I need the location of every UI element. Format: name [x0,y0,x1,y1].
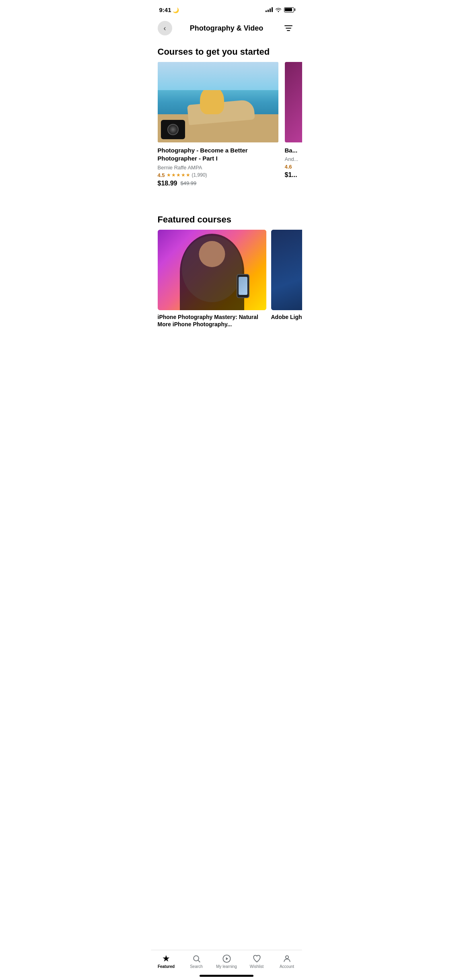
adobe-lr-bg [271,230,302,310]
wifi-icon [275,7,282,12]
featured-title-adobe: Adobe Lightr... Photo Editi... [271,310,302,321]
course-instructor-1: Bernie Raffe AMPA [158,165,278,171]
courses-section-heading: Courses to get you started [151,40,302,62]
star-half: ★ [186,172,190,178]
nav-header: ‹ Photography & Video [151,18,302,40]
course-card-partial[interactable]: Ba... And... 4.6 $1... [285,62,302,189]
section-spacer [151,195,302,208]
back-arrow-icon: ‹ [164,25,166,32]
price-current-1: $18.99 [158,180,177,187]
featured-card-adobe[interactable]: Adobe Lightr... Photo Editi... [271,230,302,329]
course-rating-row-1: 4.5 ★ ★ ★ ★ ★ (1,990) [158,172,278,178]
partial-instructor: And... [285,156,302,162]
page-title: Photography & Video [172,24,281,33]
moon-icon: 🌙 [173,7,179,13]
featured-thumb-iphone [158,230,266,310]
partial-price-row: $1... [285,171,302,179]
partial-rating-row: 4.6 [285,164,302,170]
back-button[interactable]: ‹ [158,21,172,35]
battery-icon [284,7,294,12]
star-3: ★ [176,172,181,178]
status-bar: 9:41🌙 [151,0,302,18]
rating-number-1: 4.5 [158,172,165,178]
featured-grid[interactable]: iPhone Photography Mastery: Natural More… [151,230,302,335]
star-4: ★ [181,172,185,178]
featured-thumb-adobe [271,230,302,310]
filter-button[interactable] [281,21,296,35]
star-2: ★ [171,172,176,178]
featured-card-iphone[interactable]: iPhone Photography Mastery: Natural More… [158,230,266,329]
course-card-1[interactable]: Photography - Become a Better Photograph… [158,62,278,189]
price-row-1: $18.99 $49.99 [158,180,278,187]
course-title-1: Photography - Become a Better Photograph… [158,146,278,163]
scroll-content: Courses to get you started [151,40,302,367]
signal-bars-icon [266,7,273,12]
course-thumbnail-1 [158,62,278,142]
course-info-1: Photography - Become a Better Photograph… [158,142,278,189]
featured-title-iphone: iPhone Photography Mastery: Natural More… [158,310,266,329]
pool-scene-image [158,62,278,142]
courses-horizontal-scroll[interactable]: Photography - Become a Better Photograph… [151,62,302,195]
partial-rating-num: 4.6 [285,164,292,170]
rating-count-1: (1,990) [192,172,207,178]
partial-thumbnail [285,62,302,142]
star-1: ★ [167,172,171,178]
stars-1: ★ ★ ★ ★ ★ [167,172,190,178]
status-icons [266,7,294,12]
partial-price: $1... [285,171,297,179]
price-original-1: $49.99 [180,180,196,186]
partial-title: Ba... [285,146,302,154]
filter-icon [284,24,293,32]
featured-section-heading: Featured courses [151,208,302,230]
camera-overlay-icon [161,120,185,139]
iphone-photo-bg [158,230,266,310]
status-time: 9:41🌙 [159,6,179,13]
partial-info: Ba... And... 4.6 $1... [285,142,302,180]
